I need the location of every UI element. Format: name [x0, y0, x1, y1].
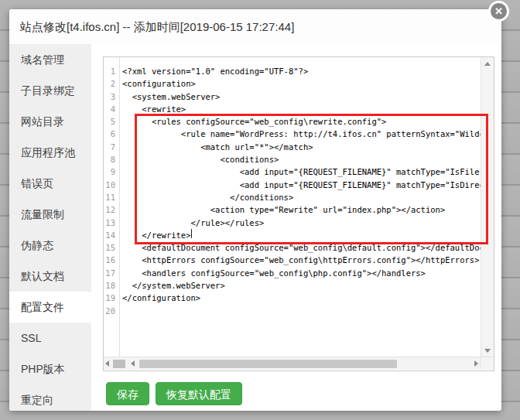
line-number: 13: [104, 217, 119, 229]
code-line: 9 <add input="{REQUEST_FILENAME}" matchT…: [104, 166, 481, 178]
line-number: 17: [104, 267, 119, 279]
modal-body: 域名管理 子目录绑定 网站目录 应用程序池 错误页: [9, 44, 501, 411]
main-panel: 1<?xml version="1.0" encoding="UTF-8"?> …: [91, 44, 501, 411]
sidebar-item[interactable]: 子目录绑定: [9, 75, 91, 106]
code-line: 20: [104, 305, 481, 317]
line-text: </configuration>: [119, 292, 200, 304]
code-line: 13 </rule></rules>: [104, 217, 481, 229]
code-line: 6 <rule name="WordPress: http://t4.ifos.…: [104, 128, 481, 140]
line-number: 6: [104, 128, 119, 140]
line-text: <defaultDocument configSource="web_confi…: [119, 241, 481, 254]
line-number: 14: [104, 229, 119, 241]
sidebar-item-label: 网站目录: [21, 115, 64, 128]
sidebar-item[interactable]: 错误页: [9, 168, 91, 199]
line-text: </conditions>: [119, 191, 293, 203]
code-line: 4 <rewrite>: [104, 103, 481, 115]
sidebar-item[interactable]: 重定向: [9, 384, 91, 411]
line-number: 15: [104, 241, 119, 254]
scroll-right-arrow-icon[interactable]: [473, 360, 480, 367]
code-line: 5 <rules configSource="web_config\rewrit…: [104, 115, 481, 128]
code-line: 7 <match url="*"></match>: [104, 141, 481, 153]
scroll-down-arrow-icon[interactable]: [481, 344, 494, 357]
code-line: 1<?xml version="1.0" encoding="UTF-8"?>: [104, 65, 481, 77]
line-text: <add input="{REQUEST_FILENAME}" matchTyp…: [119, 166, 481, 178]
scrollbar-corner: [480, 357, 494, 370]
sidebar-item[interactable]: 应用程序池: [9, 137, 91, 168]
close-icon: ✕: [494, 5, 503, 17]
save-button[interactable]: 保存: [106, 382, 149, 405]
line-text: <configuration>: [119, 77, 196, 90]
sidebar-item-label: 重定向: [21, 394, 53, 406]
line-text: <add input="{REQUEST_FILENAME}" matchTyp…: [119, 179, 481, 191]
restore-default-config-button[interactable]: 恢复默认配置: [156, 382, 242, 405]
button-row: 保存 恢复默认配置: [106, 382, 242, 405]
code-line: 15 <defaultDocument configSource="web_co…: [104, 241, 481, 254]
code-line: 8 <conditions>: [104, 153, 481, 166]
horizontal-scrollbar[interactable]: [104, 357, 494, 370]
scrollbar-thumb[interactable]: [139, 360, 397, 368]
sidebar-item-label: 错误页: [21, 177, 53, 190]
modal-header: 站点修改[t4.ifos.cn] -- 添加时间[2019-06-15 17:2…: [9, 9, 501, 44]
sidebar-item[interactable]: 配置文件: [9, 292, 91, 323]
code-line: 19</configuration>: [104, 292, 481, 304]
line-number: 2: [104, 77, 119, 90]
line-number: 9: [104, 166, 119, 178]
config-file-editor[interactable]: 1<?xml version="1.0" encoding="UTF-8"?> …: [103, 56, 494, 371]
gutter-scrollbar-thumb[interactable]: [113, 360, 125, 368]
line-text: <match url="*"></match>: [119, 141, 313, 153]
line-text: <rules configSource="web_config\rewrite.…: [119, 115, 386, 128]
line-text: </system.webServer>: [119, 279, 225, 292]
close-button[interactable]: ✕: [488, 1, 509, 22]
code-line: 12 <action type="Rewrite" url="index.php…: [104, 203, 481, 216]
line-number: 20: [104, 305, 119, 317]
line-text: <conditions>: [119, 153, 279, 166]
code-lines[interactable]: 1<?xml version="1.0" encoding="UTF-8"?> …: [104, 57, 481, 357]
line-number: 8: [104, 153, 119, 166]
line-number: 7: [104, 141, 119, 153]
sidebar-item[interactable]: PHP版本: [9, 353, 91, 384]
sidebar-item[interactable]: 默认文档: [9, 261, 91, 292]
sidebar-item-label: 子目录绑定: [21, 84, 75, 97]
gutter-divider: [119, 57, 120, 357]
code-line: 11 </conditions>: [104, 191, 481, 203]
sidebar-menu: 域名管理 子目录绑定 网站目录 应用程序池 错误页: [9, 44, 91, 411]
line-number: 12: [104, 203, 119, 216]
line-number: 10: [104, 179, 119, 191]
code-line: 2<configuration>: [104, 77, 481, 90]
sidebar-item[interactable]: 域名管理: [9, 44, 91, 75]
sidebar-item-label: 流量限制: [21, 208, 64, 220]
editor-body: 1<?xml version="1.0" encoding="UTF-8"?> …: [104, 57, 494, 357]
sidebar-item[interactable]: 伪静态: [9, 230, 91, 261]
line-text: <rewrite>: [119, 103, 186, 115]
sidebar-item[interactable]: 流量限制: [9, 199, 91, 230]
sidebar-item-label: PHP版本: [21, 363, 65, 375]
code-line: 14 </rewrite>: [104, 229, 481, 241]
text-cursor: [191, 229, 192, 238]
page-title: 站点修改[t4.ifos.cn] -- 添加时间[2019-06-15 17:2…: [20, 20, 294, 33]
sidebar-item-label: SSL: [21, 332, 41, 344]
code-line: 17 <handlers configSource="web_config\ph…: [104, 267, 481, 279]
site-edit-modal: ✕ 站点修改[t4.ifos.cn] -- 添加时间[2019-06-15 17…: [9, 9, 501, 411]
line-number: 19: [104, 292, 119, 304]
line-text: <action type="Rewrite" url="index.php"><…: [119, 203, 445, 216]
line-number: 16: [104, 254, 119, 266]
code-line: 16 <httpErrors configSource="web_config\…: [104, 254, 481, 266]
vertical-scrollbar[interactable]: [481, 57, 494, 357]
line-number: 3: [104, 90, 119, 103]
sidebar-item[interactable]: 网站目录: [9, 106, 91, 137]
line-text: <system.webServer>: [119, 90, 220, 103]
line-text: <handlers configSource="web_config\php.c…: [119, 267, 426, 279]
line-text: </rewrite>: [119, 229, 191, 241]
sidebar-item-label: 默认文档: [21, 270, 64, 282]
line-text: </rule></rules>: [119, 217, 264, 229]
sidebar-item-label: 域名管理: [21, 53, 64, 66]
line-number: 18: [104, 279, 119, 292]
scroll-left-arrow-icon[interactable]: [129, 360, 136, 367]
code-line: 10 <add input="{REQUEST_FILENAME}" match…: [104, 179, 481, 191]
line-number: 1: [104, 65, 119, 77]
code-line: 3 <system.webServer>: [104, 90, 481, 103]
scroll-up-arrow-icon[interactable]: [481, 57, 494, 70]
line-text: <?xml version="1.0" encoding="UTF-8"?>: [119, 65, 308, 77]
sidebar-item[interactable]: SSL: [9, 323, 91, 353]
gutter-scroll-left-arrow-icon[interactable]: [104, 360, 111, 367]
